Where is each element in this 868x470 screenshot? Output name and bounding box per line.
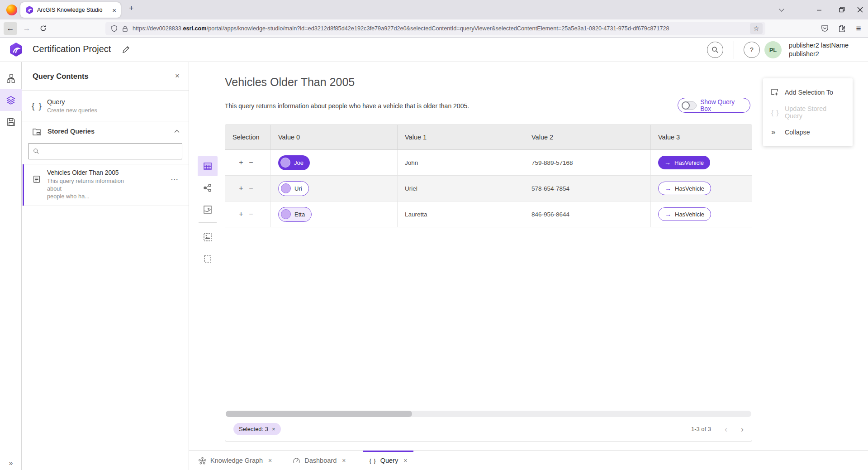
clear-selection-icon[interactable]: × (272, 426, 275, 432)
edit-title-button[interactable] (120, 44, 131, 55)
lock-icon[interactable] (122, 25, 128, 32)
braces-icon: { } (771, 109, 785, 116)
column-header-value1[interactable]: Value 1 (398, 125, 524, 149)
horizontal-scrollbar[interactable] (226, 411, 751, 417)
search-button[interactable] (707, 42, 723, 58)
window-close-button[interactable] (852, 0, 868, 19)
app-header: Certification Project ? PL publisher2 la… (0, 38, 868, 62)
add-selection-icon (771, 89, 785, 96)
cell-text: 759-889-57168 (531, 159, 573, 166)
bookmark-star-icon[interactable]: ☆ (750, 23, 763, 34)
toolbar-divider (199, 222, 217, 223)
extensions-puzzle-icon[interactable] (834, 22, 849, 35)
results-table: Selection Value 0 Value 1 Value 2 Value … (225, 125, 752, 441)
pagination-label: 1-3 of 3 (691, 426, 711, 432)
map-view-button[interactable] (198, 200, 218, 220)
column-header-value2[interactable]: Value 2 (524, 125, 651, 149)
scrollbar-thumb[interactable] (226, 411, 412, 417)
tab-list-chevron-icon[interactable] (773, 0, 790, 19)
column-header-value0[interactable]: Value 0 (271, 125, 398, 149)
tab-close-icon[interactable]: × (112, 6, 116, 14)
entity-pill[interactable]: Joe (278, 155, 310, 170)
menu-hamburger-icon[interactable]: ≡ (851, 22, 866, 35)
link-chart-view-button[interactable] (198, 178, 218, 198)
firefox-icon[interactable] (6, 5, 17, 15)
selected-count-chip[interactable]: Selected: 3 × (233, 423, 281, 435)
stored-queries-title: Stored Queries (47, 128, 174, 135)
add-to-selection-button[interactable]: + (236, 184, 246, 192)
remove-from-selection-button[interactable]: − (246, 184, 256, 192)
panel-close-icon[interactable]: × (175, 72, 180, 81)
add-to-selection-button[interactable]: + (236, 158, 246, 167)
query-item[interactable]: { } Query Create new queries (22, 91, 189, 121)
table-view-button[interactable] (198, 156, 218, 176)
forward-button[interactable]: → (20, 22, 33, 35)
url-bar[interactable]: https://dev0028833.esri.com/portal/apps/… (105, 22, 765, 35)
tab-query[interactable]: { } Query × (363, 451, 413, 470)
close-tab-icon[interactable]: × (342, 457, 346, 464)
table-row[interactable]: + − Etta Lauretta 846-956-8644 →HasVehic… (225, 201, 752, 227)
selected-indicator-bar (23, 164, 24, 206)
remove-from-selection-button[interactable]: − (246, 210, 256, 218)
remove-from-selection-button[interactable]: − (246, 158, 256, 167)
left-rail: » (0, 62, 22, 470)
view-switcher-toolbar (198, 156, 218, 271)
table-body: + − Joe John 759-889-57168 →HasVehicle +… (225, 150, 752, 227)
relationship-pill[interactable]: →HasVehicle (658, 207, 711, 221)
menu-item-collapse[interactable]: » Collapse (763, 122, 853, 142)
item-options-icon[interactable]: ··· (171, 176, 179, 183)
window-restore-button[interactable] (834, 0, 850, 19)
data-model-icon[interactable] (0, 67, 22, 89)
new-tab-button[interactable]: + (129, 4, 134, 13)
tab-dashboard[interactable]: Dashboard × (286, 451, 352, 470)
column-header-selection[interactable]: Selection (225, 125, 271, 149)
page-description: This query returns information about peo… (225, 102, 469, 110)
entity-pill[interactable]: Uri (278, 181, 309, 196)
relationship-pill[interactable]: →HasVehicle (658, 182, 711, 195)
saved-queries-icon[interactable] (0, 111, 22, 133)
user-avatar[interactable]: PL (764, 41, 782, 58)
expand-rail-chevrons-icon[interactable]: » (0, 459, 22, 467)
close-tab-icon[interactable]: × (403, 457, 407, 464)
knowledge-graph-icon (199, 457, 206, 465)
previous-page-icon[interactable]: ‹ (725, 425, 727, 433)
menu-item-add-selection-to[interactable]: Add Selection To (763, 82, 853, 102)
close-tab-icon[interactable]: × (268, 457, 272, 464)
relationship-pill[interactable]: →HasVehicle (658, 156, 710, 169)
browser-tab[interactable]: ArcGIS Knowledge Studio × (20, 2, 121, 18)
braces-icon: { } (32, 101, 47, 111)
contents-layers-icon[interactable] (0, 89, 22, 111)
selection-tools-button[interactable] (198, 249, 218, 269)
shield-icon[interactable] (111, 25, 118, 32)
reload-button[interactable] (36, 22, 50, 35)
stored-query-item[interactable]: Vehicles Older Than 2005 This query retu… (22, 164, 189, 206)
column-header-value3[interactable]: Value 3 (651, 125, 752, 149)
user-name[interactable]: publisher2 lastName publisher2 (789, 41, 849, 58)
back-button[interactable]: ← (4, 22, 17, 35)
relationship-label: HasVehicle (675, 211, 704, 218)
tab-knowledge-graph[interactable]: Knowledge Graph × (192, 451, 278, 470)
pocket-icon[interactable] (817, 22, 832, 35)
toggle-switch[interactable] (682, 101, 697, 110)
entity-pill[interactable]: Etta (278, 207, 312, 222)
add-to-map-button[interactable] (198, 227, 218, 247)
browser-toolbar: ← → https://dev0028833.esri.com/portal/a… (0, 19, 868, 38)
help-button[interactable]: ? (744, 42, 760, 58)
show-query-box-toggle[interactable]: Show Query Box (678, 98, 750, 113)
add-to-selection-button[interactable]: + (236, 210, 246, 218)
cell-text: 846-956-8644 (531, 211, 569, 218)
stored-queries-search-input[interactable] (28, 143, 182, 159)
selection-cell: + − (225, 176, 271, 201)
arrow-right-icon: → (665, 211, 671, 218)
page-title: Vehicles Older Than 2005 (225, 76, 355, 89)
url-text[interactable]: https://dev0028833.esri.com/portal/apps/… (133, 25, 750, 32)
next-page-icon[interactable]: › (741, 425, 744, 433)
chevron-up-icon[interactable] (174, 129, 180, 133)
menu-item-update-stored-query[interactable]: { } Update Stored Query (763, 102, 853, 122)
table-row[interactable]: + − Uri Uriel 578-654-7854 →HasVehicle (225, 176, 752, 201)
table-empty-area (225, 227, 752, 411)
table-row[interactable]: + − Joe John 759-889-57168 →HasVehicle (225, 150, 752, 176)
stored-queries-header[interactable]: Stored Queries (22, 121, 189, 141)
arcgis-favicon (26, 6, 33, 14)
window-minimize-button[interactable] (811, 0, 827, 19)
